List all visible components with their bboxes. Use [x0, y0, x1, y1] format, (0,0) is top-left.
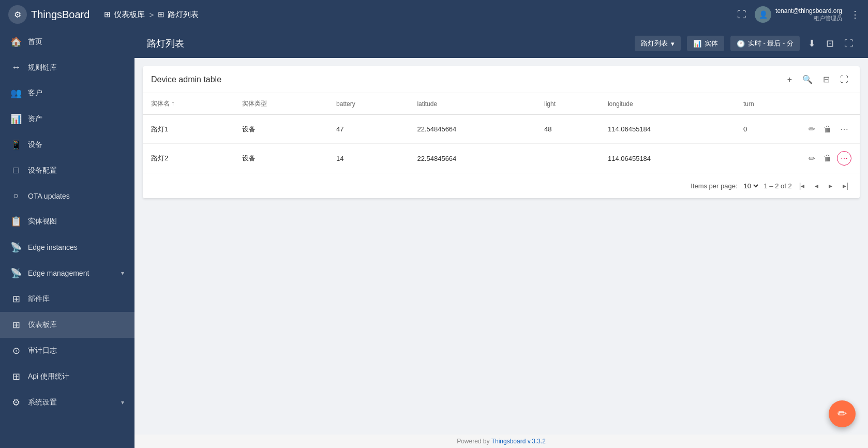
header-row: 实体名 ↑ 实体类型 battery latitude [143, 93, 860, 115]
avatar: 👤 [755, 6, 771, 23]
chevron-down-icon: ▾ [121, 270, 124, 277]
top-nav: ⚙ ThingsBoard ⊞ 仪表板库 > ⊞ 路灯列表 ⛶ 👤 tenant… [0, 0, 868, 29]
edit-btn-2[interactable]: ✏ [805, 152, 818, 166]
fab-edit-icon: ✏ [837, 407, 847, 421]
rules-icon: ↔ [10, 62, 22, 73]
table-container: 实体名 ↑ 实体类型 battery latitude [143, 93, 860, 173]
layout-btn[interactable]: ⊡ [824, 36, 836, 51]
sidebar-item-audit-logs[interactable]: ⊙ 审计日志 [0, 338, 134, 364]
col-latitude[interactable]: latitude [409, 93, 536, 115]
download-btn[interactable]: ⬇ [806, 36, 818, 51]
cell-latitude-2: 22.54845664 [409, 144, 536, 173]
sidebar-item-entity-view[interactable]: 📋 实体视图 [0, 208, 134, 234]
sidebar-item-ota[interactable]: ○ OTA updates [0, 183, 134, 208]
sidebar-item-home[interactable]: 🏠 首页 [0, 29, 134, 55]
sidebar-item-assets[interactable]: 📊 资产 [0, 106, 134, 132]
fab-edit-btn[interactable]: ✏ [829, 400, 856, 427]
app-logo[interactable]: ⚙ ThingsBoard [8, 5, 89, 24]
col-type[interactable]: 实体类型 [234, 93, 328, 115]
items-per-page-select[interactable]: 10 5 15 20 [742, 182, 760, 190]
breadcrumb-current[interactable]: ⊞ 路灯列表 [158, 10, 199, 20]
sidebar-item-edge-instances[interactable]: 📡 Edge instances [0, 234, 134, 260]
next-page-btn[interactable]: ▸ [826, 180, 835, 192]
cell-actions-1: ✏ 🗑 ⋯ [797, 115, 860, 144]
dropdown-label: 路灯列表 [641, 39, 668, 48]
edge-management-icon: 📡 [10, 267, 22, 279]
breadcrumb-label-2: 路灯列表 [168, 10, 199, 20]
last-page-btn[interactable]: ▸| [840, 180, 851, 192]
time-btn[interactable]: 🕐 实时 - 最后 - 分 [730, 36, 800, 51]
entity-btn[interactable]: 📊 实体 [687, 36, 724, 51]
cell-turn-1: 0 [735, 115, 797, 144]
api-usage-icon: ⊞ [10, 371, 22, 382]
expand-icon[interactable]: ⛶ [737, 9, 746, 20]
cell-name-2: 路灯2 [143, 144, 234, 173]
delete-btn-2[interactable]: 🗑 [820, 152, 835, 165]
user-email: tenant@thingsboard.org [775, 7, 842, 14]
sidebar-item-device-profiles[interactable]: □ 设备配置 [0, 158, 134, 183]
cell-battery-1: 47 [328, 115, 409, 144]
app-name: ThingsBoard [31, 9, 89, 21]
widget-title: Device admin table [151, 75, 221, 84]
logo-icon: ⚙ [8, 5, 27, 24]
grid-icon-2: ⊞ [158, 10, 164, 19]
more-btn-2[interactable]: ⋯ [837, 151, 851, 166]
fullscreen-btn[interactable]: ⛶ [842, 36, 856, 51]
sidebar-label-settings: 系统设置 [28, 398, 57, 407]
sidebar-label-edge-instances: Edge instances [28, 243, 78, 251]
col-battery[interactable]: battery [328, 93, 409, 115]
add-row-btn[interactable]: + [784, 73, 795, 86]
sidebar-item-edge-management[interactable]: 📡 Edge management ▾ [0, 260, 134, 286]
sidebar-item-devices[interactable]: 📱 设备 [0, 132, 134, 158]
sidebar-item-api-usage[interactable]: ⊞ Api 使用统计 [0, 364, 134, 390]
sidebar-label-ota: OTA updates [28, 192, 70, 200]
fullscreen-icon: ⛶ [844, 38, 854, 49]
user-info[interactable]: 👤 tenant@thingsboard.org 租户管理员 [755, 6, 842, 23]
layout-icon: ⊡ [826, 38, 834, 49]
sidebar: 🏠 首页 ↔ 规则链库 👥 客户 📊 资产 📱 设备 □ 设备配置 ○ OTA … [0, 29, 134, 448]
customers-icon: 👥 [10, 87, 22, 99]
sidebar-item-widgets[interactable]: ⊞ 部件库 [0, 286, 134, 312]
sidebar-label-entity-view: 实体视图 [28, 217, 57, 226]
cell-latitude-1: 22.54845664 [409, 115, 536, 144]
dashboard-header: 路灯列表 路灯列表 ▾ 📊 实体 🕐 实时 - 最后 - 分 ⬇ [134, 29, 868, 58]
more-icon[interactable]: ⋮ [850, 9, 860, 20]
grid-icon-1: ⊞ [104, 10, 111, 19]
edge-instances-icon: 📡 [10, 242, 22, 253]
user-text: tenant@thingsboard.org 租户管理员 [775, 7, 842, 22]
sidebar-item-rules[interactable]: ↔ 规则链库 [0, 55, 134, 80]
plus-icon: + [787, 75, 792, 84]
cell-type-2: 设备 [234, 144, 328, 173]
cell-longitude-1: 114.06455184 [600, 115, 735, 144]
entity-chart-icon: 📊 [693, 40, 701, 48]
prev-page-btn[interactable]: ◂ [812, 180, 821, 192]
edit-btn-1[interactable]: ✏ [805, 122, 818, 136]
table-row: 路灯2 设备 14 22.54845664 114.06455184 ✏ [143, 144, 860, 173]
delete-btn-1[interactable]: 🗑 [820, 123, 835, 136]
cell-name-1: 路灯1 [143, 115, 234, 144]
sidebar-label-dashboards: 仪表板库 [28, 320, 57, 330]
col-name[interactable]: 实体名 ↑ [143, 93, 234, 115]
breadcrumb-dashboards[interactable]: ⊞ 仪表板库 [104, 10, 145, 20]
widget-fullscreen-btn[interactable]: ⛶ [837, 73, 851, 86]
sidebar-item-settings[interactable]: ⚙ 系统设置 ▾ [0, 390, 134, 415]
cell-light-2 [536, 144, 600, 173]
sidebar-item-dashboards[interactable]: ⊞ 仪表板库 [0, 312, 134, 338]
sidebar-label-devices: 设备 [28, 140, 42, 150]
columns-icon: ⊟ [823, 75, 830, 84]
footer-link[interactable]: Thingsboard v.3.3.2 [491, 438, 546, 445]
columns-btn[interactable]: ⊟ [820, 72, 833, 86]
user-role: 租户管理员 [814, 14, 842, 22]
col-longitude[interactable]: longitude [600, 93, 735, 115]
sidebar-item-customers[interactable]: 👥 客户 [0, 80, 134, 106]
nav-right: ⛶ 👤 tenant@thingsboard.org 租户管理员 ⋮ [737, 6, 860, 23]
search-btn[interactable]: 🔍 [799, 72, 816, 86]
col-turn[interactable]: turn [735, 93, 797, 115]
dashboard-dropdown-btn[interactable]: 路灯列表 ▾ [635, 36, 681, 51]
home-icon: 🏠 [10, 36, 22, 48]
search-icon: 🔍 [802, 75, 813, 84]
col-light[interactable]: light [536, 93, 600, 115]
entity-view-icon: 📋 [10, 216, 22, 227]
first-page-btn[interactable]: |◂ [796, 180, 808, 192]
more-btn-1[interactable]: ⋯ [837, 122, 851, 136]
